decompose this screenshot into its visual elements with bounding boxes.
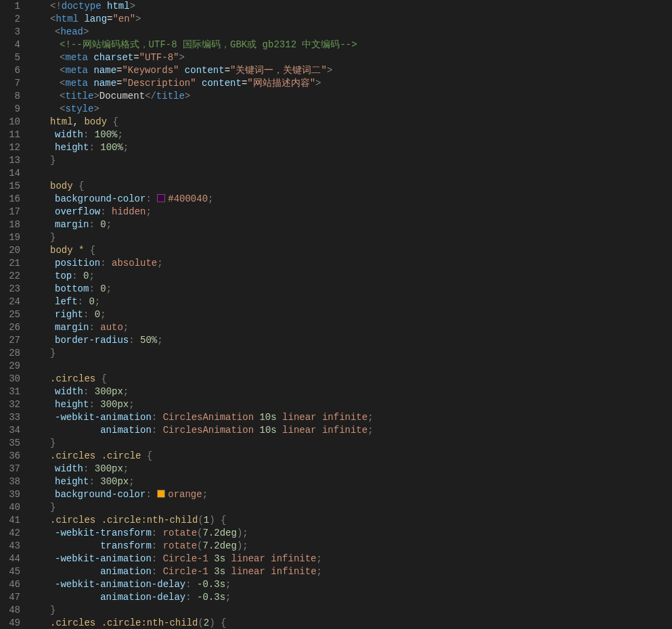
code-line[interactable]: } bbox=[41, 154, 672, 167]
code-line[interactable]: height: 300px; bbox=[41, 475, 672, 488]
code-line[interactable]: -webkit-transform: rotate(7.2deg); bbox=[41, 527, 672, 540]
code-token: 100% bbox=[100, 142, 123, 153]
code-line[interactable]: animation: Circle-1 3s linear infinite; bbox=[41, 565, 672, 578]
code-line[interactable]: -webkit-animation-delay: -0.3s; bbox=[41, 578, 672, 591]
code-line[interactable]: height: 300px; bbox=[41, 398, 672, 411]
code-token: ) bbox=[209, 515, 215, 526]
code-line[interactable]: margin: auto; bbox=[41, 321, 672, 334]
code-line[interactable]: <html lang="en"> bbox=[41, 13, 672, 26]
code-token: height bbox=[55, 399, 89, 410]
code-line[interactable]: body * { bbox=[41, 244, 672, 257]
code-line[interactable]: } bbox=[41, 501, 672, 514]
code-line[interactable]: animation: CirclesAnimation 10s linear i… bbox=[41, 424, 672, 437]
code-line[interactable]: left: 0; bbox=[41, 296, 672, 308]
code-line[interactable]: animation-delay: -0.3s; bbox=[41, 591, 672, 604]
code-token: -webkit-animation bbox=[55, 553, 152, 564]
color-swatch-icon bbox=[157, 194, 165, 202]
code-line[interactable]: background-color: orange; bbox=[41, 488, 672, 501]
code-token: name bbox=[93, 65, 116, 76]
code-line[interactable]: .circles .circle:nth-child(1) { bbox=[41, 514, 672, 527]
code-line[interactable]: } bbox=[41, 347, 672, 360]
code-line[interactable]: .circles { bbox=[41, 373, 672, 386]
code-line[interactable]: border-radius: 50%; bbox=[41, 334, 672, 347]
code-token: 10s bbox=[259, 425, 276, 436]
code-token: 0 bbox=[100, 219, 106, 230]
code-token: > bbox=[179, 52, 184, 63]
line-number: 23 bbox=[8, 283, 20, 296]
code-line[interactable] bbox=[41, 360, 672, 373]
line-number: 34 bbox=[8, 424, 20, 437]
code-token: ; bbox=[367, 425, 373, 436]
code-line[interactable]: } bbox=[41, 437, 672, 450]
code-line[interactable]: } bbox=[41, 604, 672, 617]
code-token: ; bbox=[145, 206, 151, 217]
code-token: -webkit-transform bbox=[55, 528, 152, 538]
code-line[interactable]: <style> bbox=[41, 103, 672, 116]
line-number: 9 bbox=[8, 103, 20, 116]
code-line[interactable]: top: 0; bbox=[41, 270, 672, 283]
code-line[interactable]: <!--网站编码格式，UTF-8 国际编码，GBK或 gb2312 中文编码--… bbox=[41, 39, 672, 51]
code-token: > bbox=[185, 91, 190, 101]
code-line[interactable]: width: 300px; bbox=[41, 386, 672, 398]
line-number: 25 bbox=[8, 308, 20, 321]
code-token: > bbox=[315, 78, 321, 89]
code-line[interactable]: html, body { bbox=[41, 116, 672, 129]
code-line[interactable]: background-color: #400040; bbox=[41, 193, 672, 206]
code-line[interactable]: <meta charset="UTF-8"> bbox=[41, 51, 672, 64]
code-token: -webkit-animation-delay bbox=[55, 579, 185, 590]
code-line[interactable]: overflow: hidden; bbox=[41, 206, 672, 218]
code-line[interactable] bbox=[41, 167, 672, 180]
code-token: name bbox=[93, 78, 116, 89]
code-token: 300px bbox=[100, 476, 129, 487]
code-token: auto bbox=[100, 322, 123, 333]
code-token: -0.3s bbox=[197, 592, 225, 603]
code-token: ( bbox=[198, 618, 203, 628]
code-line[interactable]: <!doctype html> bbox=[41, 0, 672, 13]
code-token: top bbox=[55, 271, 72, 281]
code-line[interactable]: bottom: 0; bbox=[41, 283, 672, 296]
code-token: hidden bbox=[112, 206, 145, 217]
code-line[interactable]: position: absolute; bbox=[41, 257, 672, 270]
code-token: Circle-1 bbox=[163, 553, 215, 564]
code-token: } bbox=[50, 605, 55, 615]
code-token: { bbox=[141, 450, 152, 461]
code-line[interactable]: body { bbox=[41, 180, 672, 193]
code-line[interactable]: -webkit-animation: CirclesAnimation 10s … bbox=[41, 411, 672, 424]
code-token: ; bbox=[202, 489, 208, 500]
code-line[interactable]: <meta name="Description" content="网站描述内容… bbox=[41, 77, 672, 90]
code-line[interactable]: .circles .circle:nth-child(2) { bbox=[41, 617, 672, 629]
code-token: > bbox=[135, 14, 141, 24]
code-token: ; bbox=[123, 386, 129, 397]
code-token: .circles bbox=[50, 618, 95, 628]
code-line[interactable]: width: 100%; bbox=[41, 129, 672, 141]
code-line[interactable]: -webkit-animation: Circle-1 3s linear in… bbox=[41, 553, 672, 565]
code-line[interactable]: <meta name="Keywords" content="关键词一，关键词二… bbox=[41, 64, 672, 77]
code-token: { bbox=[107, 116, 118, 127]
code-line[interactable]: width: 300px; bbox=[41, 463, 672, 475]
code-token: "网站描述内容" bbox=[247, 78, 315, 89]
code-token: width bbox=[55, 129, 83, 140]
code-line[interactable]: <head> bbox=[41, 26, 672, 39]
code-line[interactable]: } bbox=[41, 231, 672, 244]
code-token: "en" bbox=[112, 14, 135, 24]
code-token: #400040 bbox=[168, 193, 208, 204]
code-line[interactable]: right: 0; bbox=[41, 308, 672, 321]
code-token: left bbox=[55, 296, 78, 307]
line-number: 7 bbox=[8, 77, 20, 90]
code-line[interactable]: height: 100%; bbox=[41, 141, 672, 154]
line-number: 13 bbox=[8, 154, 20, 167]
code-token: ; bbox=[123, 142, 129, 153]
code-token: ! bbox=[55, 1, 61, 11]
code-token: : bbox=[145, 193, 157, 204]
code-token: : bbox=[152, 566, 163, 577]
code-editor-area[interactable]: <!doctype html><html lang="en"><head><!-… bbox=[32, 0, 672, 629]
code-line[interactable]: margin: 0; bbox=[41, 218, 672, 231]
code-token: transform bbox=[100, 540, 152, 551]
code-line[interactable]: transform: rotate(7.2deg); bbox=[41, 540, 672, 553]
code-token: linear bbox=[282, 425, 316, 436]
code-token: 0 bbox=[95, 309, 100, 320]
code-line[interactable]: .circles .circle { bbox=[41, 450, 672, 463]
code-token: ; bbox=[225, 579, 231, 590]
line-number: 21 bbox=[8, 257, 20, 270]
code-line[interactable]: <title>Document</title> bbox=[41, 90, 672, 103]
